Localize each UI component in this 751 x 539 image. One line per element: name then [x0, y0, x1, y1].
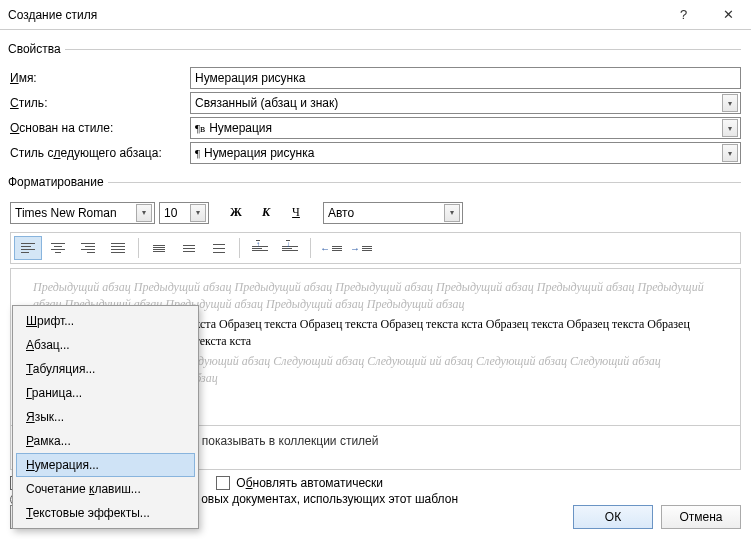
styletype-label: Стиль:	[10, 96, 190, 110]
properties-group: Свойства Имя: Стиль: Связанный (абзац и …	[10, 42, 741, 167]
titlebar: Создание стиля ? ✕	[0, 0, 751, 30]
space-before-inc-button[interactable]: ↑	[246, 236, 274, 260]
formatting-legend: Форматирование	[8, 175, 108, 189]
align-center-button[interactable]	[44, 236, 72, 260]
format-menu: Шрифт... Абзац... Табуляция... Граница..…	[12, 305, 199, 529]
chevron-down-icon: ▾	[722, 94, 738, 112]
align-right-button[interactable]	[74, 236, 102, 260]
styletype-value: Связанный (абзац и знак)	[195, 96, 338, 110]
paragraph-toolbar: ↑ ↓ ← →	[10, 232, 741, 264]
menu-shortcut[interactable]: Сочетание клавиш...	[16, 477, 195, 501]
chevron-down-icon: ▾	[190, 204, 206, 222]
font-family-value: Times New Roman	[15, 206, 117, 220]
help-button[interactable]: ?	[661, 0, 706, 29]
italic-button[interactable]: К	[253, 201, 279, 224]
separator	[310, 238, 311, 258]
auto-update-label: Обновлять автоматически	[236, 476, 383, 490]
styletype-select[interactable]: Связанный (абзац и знак) ▾	[190, 92, 741, 114]
menu-frame[interactable]: Рамка...	[16, 429, 195, 453]
font-toolbar: Times New Roman ▾ 10 ▾ Ж К Ч Авто ▾	[10, 201, 741, 224]
nextstyle-label: Стиль следующего абзаца:	[10, 146, 190, 160]
space-before-dec-button[interactable]: ↓	[276, 236, 304, 260]
line-spacing-1-button[interactable]	[145, 236, 173, 260]
name-input[interactable]	[190, 67, 741, 89]
align-left-button[interactable]	[14, 236, 42, 260]
menu-border[interactable]: Граница...	[16, 381, 195, 405]
line-spacing-2-button[interactable]	[205, 236, 233, 260]
bold-button[interactable]: Ж	[223, 201, 249, 224]
line-spacing-1-5-button[interactable]	[175, 236, 203, 260]
chevron-down-icon: ▾	[136, 204, 152, 222]
menu-paragraph[interactable]: Абзац...	[16, 333, 195, 357]
chevron-down-icon: ▾	[444, 204, 460, 222]
menu-language[interactable]: Язык...	[16, 405, 195, 429]
nextstyle-select[interactable]: ¶Нумерация рисунка ▾	[190, 142, 741, 164]
nextstyle-value: ¶Нумерация рисунка	[195, 146, 314, 160]
titlebar-controls: ? ✕	[661, 0, 751, 29]
name-label: Имя:	[10, 71, 190, 85]
separator	[239, 238, 240, 258]
chevron-down-icon: ▾	[722, 144, 738, 162]
properties-legend: Свойства	[8, 42, 65, 56]
font-size-select[interactable]: 10 ▾	[159, 202, 209, 224]
font-color-select[interactable]: Авто ▾	[323, 202, 463, 224]
auto-update-checkbox[interactable]	[216, 476, 230, 490]
basedon-select[interactable]: ¶вНумерация ▾	[190, 117, 741, 139]
font-size-value: 10	[164, 206, 177, 220]
basedon-value: ¶вНумерация	[195, 121, 272, 135]
cancel-button[interactable]: Отмена	[661, 505, 741, 529]
align-justify-button[interactable]	[104, 236, 132, 260]
decrease-indent-button[interactable]: ←	[317, 236, 345, 260]
menu-font[interactable]: Шрифт...	[16, 309, 195, 333]
chevron-down-icon: ▾	[722, 119, 738, 137]
ok-button[interactable]: ОК	[573, 505, 653, 529]
dialog-title: Создание стиля	[8, 8, 97, 22]
close-button[interactable]: ✕	[706, 0, 751, 29]
font-family-select[interactable]: Times New Roman ▾	[10, 202, 155, 224]
increase-indent-button[interactable]: →	[347, 236, 375, 260]
basedon-label: Основан на стиле:	[10, 121, 190, 135]
menu-tabs[interactable]: Табуляция...	[16, 357, 195, 381]
font-color-value: Авто	[328, 206, 354, 220]
separator	[138, 238, 139, 258]
underline-button[interactable]: Ч	[283, 201, 309, 224]
menu-text-effects[interactable]: Текстовые эффекты...	[16, 501, 195, 525]
menu-numbering[interactable]: Нумерация...	[16, 453, 195, 477]
